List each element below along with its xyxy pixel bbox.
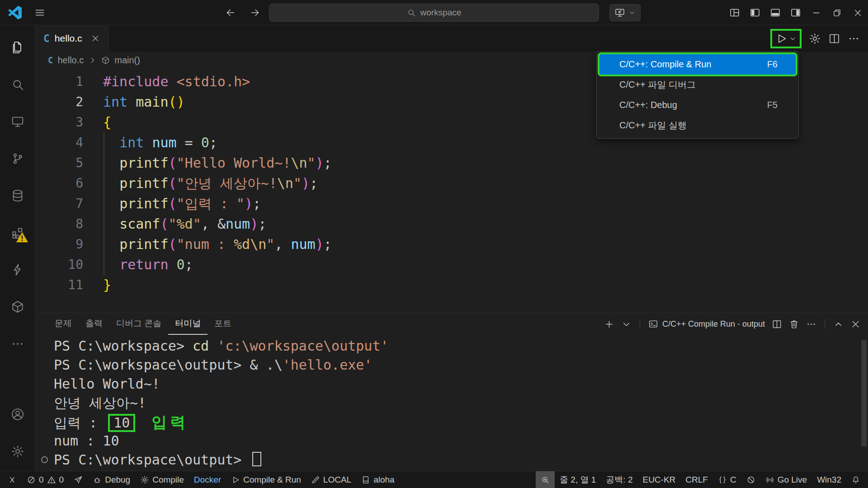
- status-aloha[interactable]: aloha: [356, 471, 400, 488]
- close-tab-icon[interactable]: [91, 34, 100, 43]
- status-compile[interactable]: Compile: [135, 471, 189, 488]
- status-problems[interactable]: 00: [22, 471, 69, 488]
- broadcast-icon: [765, 475, 774, 484]
- new-terminal-icon[interactable]: [604, 319, 614, 329]
- activity-remote-explorer[interactable]: [0, 103, 35, 140]
- status-notifications[interactable]: [846, 471, 865, 488]
- menu-item-shortcut: F6: [767, 59, 778, 70]
- run-dropdown-icon[interactable]: [789, 35, 797, 42]
- terminal-profile-chevron-icon[interactable]: [621, 319, 632, 329]
- layout-sidebar-left-button[interactable]: [745, 0, 765, 25]
- menu-item-label: C/C++: Compile & Run: [619, 59, 711, 70]
- split-editor-icon[interactable]: [828, 33, 840, 45]
- activity-search[interactable]: [0, 66, 35, 103]
- panel-tab-3[interactable]: 터미널: [168, 313, 208, 335]
- panel-tab-4[interactable]: 포트: [208, 313, 238, 335]
- command-center-search[interactable]: workspace: [269, 4, 599, 22]
- error-icon: [27, 475, 36, 484]
- remote-window-button[interactable]: [609, 4, 641, 21]
- activity-lightning[interactable]: [0, 251, 35, 288]
- send-icon: [74, 475, 83, 484]
- title-bar: workspace: [0, 0, 868, 25]
- activity-source-control[interactable]: [0, 140, 35, 177]
- layout-grid-button[interactable]: [724, 0, 745, 25]
- activity-containers[interactable]: [0, 288, 35, 325]
- menu-item-2[interactable]: C/C++: DebugF5: [599, 95, 796, 115]
- warning-badge-icon: [15, 230, 29, 244]
- status-text: LOCAL: [323, 475, 351, 485]
- status-send[interactable]: [69, 471, 88, 488]
- terminal-cursor: [252, 452, 261, 466]
- symbol-method-icon: [101, 56, 110, 65]
- chevron-down-icon: [628, 9, 636, 16]
- terminal-scrollbar[interactable]: [861, 340, 867, 446]
- status-remote[interactable]: [3, 471, 22, 488]
- c-file-icon: C: [48, 55, 53, 65]
- run-button[interactable]: [775, 33, 788, 45]
- zap-icon: [11, 263, 24, 277]
- back-icon[interactable]: [225, 7, 236, 18]
- code-line: 7 printf("입력 : ");: [35, 193, 868, 214]
- status-text: 줄 2, 열 1: [560, 474, 596, 486]
- settings-gear-icon[interactable]: [809, 33, 821, 45]
- editor-actions: [770, 25, 860, 52]
- vscode-logo: [8, 6, 22, 19]
- code-line: 9 printf("num : %d\n", num);: [35, 234, 868, 254]
- c-file-icon: C: [43, 33, 50, 44]
- menu-item-label: C/C++ 파일 디버그: [619, 79, 696, 91]
- breadcrumb-file[interactable]: hello.c: [57, 55, 84, 66]
- minimize-button[interactable]: [806, 0, 826, 25]
- layout-sidebar-right-button[interactable]: [785, 0, 806, 25]
- terminal-more-icon[interactable]: [806, 319, 816, 329]
- indent-guide: [104, 132, 104, 275]
- status-local[interactable]: LOCAL: [306, 471, 356, 488]
- status-text: Debug: [105, 475, 130, 485]
- close-button[interactable]: [847, 0, 868, 25]
- files-icon: [11, 41, 24, 54]
- activity-account[interactable]: [0, 396, 35, 433]
- activity-database[interactable]: [0, 177, 35, 214]
- forward-icon[interactable]: [250, 7, 260, 18]
- status-docker[interactable]: Docker: [189, 471, 226, 488]
- panel-tab-2[interactable]: 디버그 콘솔: [109, 313, 168, 335]
- circle-slash-icon: [746, 475, 755, 484]
- line-number: 10: [35, 254, 83, 275]
- breadcrumb-symbol[interactable]: main(): [114, 55, 140, 66]
- maximize-panel-icon[interactable]: [833, 319, 844, 329]
- status-indentation[interactable]: 공백: 2: [601, 471, 637, 488]
- terminal-line: 입력 : 10입력: [54, 413, 868, 432]
- split-terminal-icon[interactable]: [772, 319, 782, 329]
- gear-icon: [11, 445, 24, 458]
- code-text: printf("Hello World~!\n");: [83, 153, 332, 173]
- status-debug[interactable]: Debug: [88, 471, 135, 488]
- kill-terminal-icon[interactable]: [789, 319, 799, 329]
- status-cursor-position[interactable]: 줄 2, 열 1: [555, 471, 601, 488]
- activity-extensions[interactable]: [0, 214, 35, 251]
- status-go-live[interactable]: Go Live: [760, 471, 812, 488]
- menu-item-0[interactable]: C/C++: Compile & RunF6: [599, 54, 796, 75]
- layout-panel-button[interactable]: [765, 0, 785, 25]
- status-platform[interactable]: Win32: [812, 471, 846, 488]
- activity-settings[interactable]: [0, 433, 35, 470]
- menu-icon[interactable]: [34, 7, 45, 18]
- menu-item-1[interactable]: C/C++ 파일 디버그: [599, 75, 796, 95]
- activity-more[interactable]: [0, 325, 35, 362]
- status-compile-and-run[interactable]: Compile & Run: [226, 471, 306, 488]
- status-extension-status[interactable]: [741, 471, 760, 488]
- panel-tab-0[interactable]: 문제: [48, 313, 79, 335]
- panel-tab-1[interactable]: 출력: [79, 313, 109, 335]
- more-actions-icon[interactable]: [848, 33, 860, 45]
- tab-hello-c[interactable]: C hello.c: [35, 25, 108, 52]
- terminal[interactable]: PS C:\workspace> cd 'c:\workspace\output…: [35, 335, 868, 471]
- terminal-list-item[interactable]: C/C++ Compile Run - output: [648, 319, 765, 329]
- status-right: 줄 2, 열 1공백: 2EUC-KRCRLFCGo LiveWin32: [536, 471, 865, 488]
- status-language-mode[interactable]: C: [713, 471, 741, 488]
- close-panel-icon[interactable]: [850, 319, 861, 329]
- restore-button[interactable]: [826, 0, 847, 25]
- status-zoom[interactable]: [536, 471, 555, 488]
- status-encoding[interactable]: EUC-KR: [637, 471, 680, 488]
- line-number: 8: [35, 214, 83, 234]
- menu-item-3[interactable]: C/C++ 파일 실행: [599, 115, 796, 136]
- activity-explorer[interactable]: [0, 29, 35, 66]
- status-eol[interactable]: CRLF: [680, 471, 713, 488]
